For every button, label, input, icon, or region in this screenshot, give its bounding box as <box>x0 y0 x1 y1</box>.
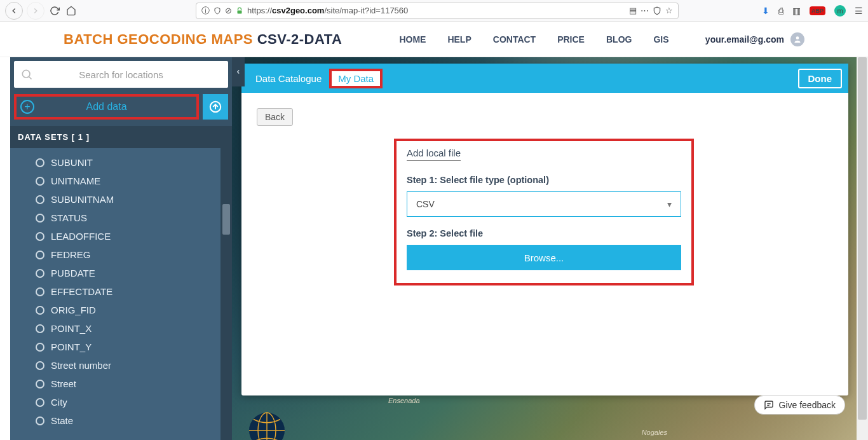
url-bar[interactable]: ⓘ ⊘ https://csv2geo.com/site/map-it?id=1… <box>196 3 679 19</box>
feedback-button[interactable]: Give feedback <box>754 395 846 415</box>
nav-home[interactable]: HOME <box>399 34 426 45</box>
step1-label: Step 1: Select file type (optional) <box>407 175 681 185</box>
radio-icon[interactable] <box>36 232 44 241</box>
avatar-icon[interactable] <box>790 32 804 46</box>
permission-icon: ⊘ <box>225 6 232 15</box>
search-placeholder: Search for locations <box>79 69 163 80</box>
list-item[interactable]: POINT_Y <box>36 338 232 356</box>
svg-point-2 <box>22 70 30 78</box>
radio-icon[interactable] <box>36 380 44 388</box>
list-item[interactable]: POINT_X <box>36 319 232 338</box>
radio-icon[interactable] <box>36 251 44 259</box>
svg-rect-0 <box>238 10 242 13</box>
radio-icon[interactable] <box>36 195 44 204</box>
protection-icon[interactable] <box>653 6 661 15</box>
radio-icon[interactable] <box>36 287 44 296</box>
app-body: Search for locations + Add data DATA SET… <box>10 57 858 440</box>
browse-button[interactable]: Browse... <box>407 245 681 270</box>
radio-icon[interactable] <box>36 177 44 186</box>
radio-icon[interactable] <box>36 269 44 278</box>
nav-gis[interactable]: GIS <box>653 34 668 45</box>
upload-panel: Add local file Step 1: Select file type … <box>394 139 694 285</box>
radio-icon[interactable] <box>36 416 44 425</box>
profile-badge-icon[interactable]: m <box>834 5 846 17</box>
chat-icon <box>764 400 774 410</box>
list-item[interactable]: EFFECTDATE <box>36 282 232 301</box>
radio-icon[interactable] <box>36 398 44 407</box>
modal-body: Back Add local file Step 1: Select file … <box>241 93 848 395</box>
map-canvas[interactable]: Ensenada Nogales Data Catalogue My Data … <box>232 57 858 440</box>
list-item[interactable]: PUBDATE <box>36 264 232 282</box>
data-modal: Data Catalogue My Data Done Back Add loc… <box>241 64 848 395</box>
feedback-label: Give feedback <box>779 400 836 410</box>
back-button[interactable]: Back <box>257 108 293 126</box>
datasets-header[interactable]: DATA SETS [ 1 ] <box>10 126 232 148</box>
globe-logo-icon <box>245 408 289 440</box>
site-header: BATCH GEOCODING MAPS CSV-2-DATA HOME HEL… <box>0 22 868 57</box>
tab-my-data[interactable]: My Data <box>329 69 383 88</box>
panel-title: Add local file <box>407 148 461 161</box>
search-input[interactable]: Search for locations <box>14 61 228 88</box>
sidebar-icon[interactable]: ▥ <box>792 6 801 16</box>
add-data-button[interactable]: + Add data <box>14 94 199 120</box>
dots-icon[interactable]: ⋯ <box>641 6 649 15</box>
site-logo[interactable]: BATCH GEOCODING MAPS CSV-2-DATA <box>64 31 342 48</box>
nav-blog[interactable]: BLOG <box>606 34 632 45</box>
main-nav: HOME HELP CONTACT PRICE BLOG GIS <box>399 34 668 45</box>
browser-toolbar: ⓘ ⊘ https://csv2geo.com/site/map-it?id=1… <box>0 0 868 22</box>
menu-icon[interactable]: ☰ <box>855 6 863 16</box>
library-icon[interactable]: ⎙ <box>778 6 783 16</box>
dataset-field-list: SUBUNIT UNITNAME SUBUNITNAM STATUS LEADO… <box>10 148 232 440</box>
list-item[interactable]: SUBUNIT <box>36 153 232 172</box>
lock-icon <box>236 7 243 15</box>
radio-icon[interactable] <box>36 306 44 315</box>
tab-data-catalogue[interactable]: Data Catalogue <box>248 69 329 88</box>
list-item[interactable]: ORIG_FID <box>36 301 232 319</box>
reader-icon[interactable]: ▤ <box>629 6 637 15</box>
bookmark-star-icon[interactable]: ☆ <box>665 6 673 15</box>
map-place-label: Ensenada <box>388 397 420 404</box>
info-icon: ⓘ <box>201 5 210 17</box>
list-scrollbar-thumb[interactable] <box>222 204 230 235</box>
radio-icon[interactable] <box>36 343 44 352</box>
list-item[interactable]: Street <box>36 375 232 393</box>
list-item[interactable]: LEADOFFICE <box>36 227 232 245</box>
user-area[interactable]: your.email@g.com <box>705 32 804 46</box>
list-item[interactable]: State <box>36 411 232 430</box>
filetype-value: CSV <box>416 199 435 209</box>
upload-button[interactable] <box>203 94 228 120</box>
shield-icon <box>214 7 221 15</box>
url-text: https://csv2geo.com/site/map-it?id=11756… <box>247 6 625 15</box>
nav-contact[interactable]: CONTACT <box>493 34 536 45</box>
radio-icon[interactable] <box>36 361 44 370</box>
done-button[interactable]: Done <box>798 69 843 88</box>
page-scrollbar-thumb[interactable] <box>858 57 867 420</box>
list-item[interactable]: City <box>36 393 232 411</box>
step2-label: Step 2: Select file <box>407 228 681 238</box>
filetype-select[interactable]: CSV ▾ <box>407 191 681 217</box>
list-item[interactable]: FEDREG <box>36 245 232 264</box>
chevron-down-icon: ▾ <box>667 199 672 209</box>
list-item[interactable]: STATUS <box>36 209 232 227</box>
radio-icon[interactable] <box>36 158 44 167</box>
back-nav-button[interactable] <box>5 2 23 20</box>
sidebar-collapse-button[interactable] <box>232 57 245 86</box>
user-email: your.email@g.com <box>705 34 784 45</box>
modal-tabbar: Data Catalogue My Data Done <box>241 64 848 93</box>
map-place-label: Nogales <box>642 429 667 436</box>
page-scrollbar-track[interactable] <box>857 57 868 440</box>
radio-icon[interactable] <box>36 324 44 333</box>
abp-icon[interactable]: ABP <box>810 6 825 15</box>
list-scrollbar-track[interactable] <box>220 148 232 440</box>
search-icon <box>20 68 33 81</box>
nav-help[interactable]: HELP <box>447 34 471 45</box>
list-item[interactable]: UNITNAME <box>36 172 232 190</box>
list-item[interactable]: Street number <box>36 356 232 375</box>
downloads-icon[interactable]: ⬇ <box>762 6 770 16</box>
nav-price[interactable]: PRICE <box>557 34 585 45</box>
home-button[interactable] <box>65 4 78 17</box>
reload-button[interactable] <box>48 4 61 17</box>
list-item[interactable]: SUBUNITNAM <box>36 190 232 209</box>
radio-icon[interactable] <box>36 214 44 223</box>
add-data-label: Add data <box>86 101 126 113</box>
